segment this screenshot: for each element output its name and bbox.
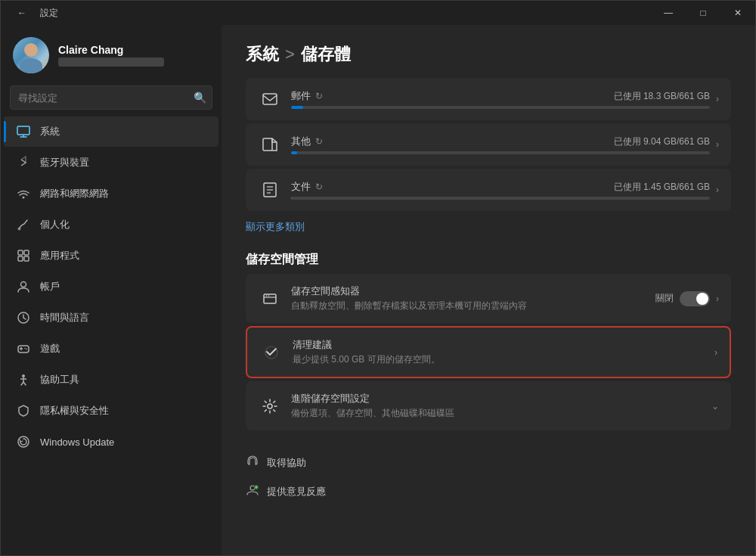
help-link[interactable]: 取得協助: [246, 449, 731, 477]
title-bar-controls: — □ ✕: [651, 1, 755, 25]
maximize-button[interactable]: □: [686, 1, 720, 25]
sidebar-item-gaming[interactable]: 遊戲: [4, 334, 218, 364]
mgmt-item-cleanup-body: 清理建議 最少提供 5.00 GB 可用的儲存空間。: [293, 338, 708, 366]
sidebar-item-system[interactable]: 系統: [4, 116, 218, 147]
user-info: Claire Chang: [58, 44, 209, 67]
sidebar: Claire Chang 🔍: [1, 25, 222, 555]
toggle-label-off: 關閉: [655, 292, 674, 305]
svg-point-16: [22, 374, 25, 377]
shield-icon: [16, 403, 31, 418]
storage-item-mail-name: 郵件 ↻: [291, 89, 323, 103]
chevron-right-icon: ›: [716, 294, 719, 304]
apps-icon: [16, 248, 31, 263]
mgmt-item-storage-sense-body: 儲存空間感知器 自動釋放空間、刪除暫存檔案以及管理本機可用的雲端內容: [291, 284, 655, 312]
svg-point-3: [23, 197, 25, 199]
storage-sense-toggle[interactable]: [680, 291, 710, 306]
storage-item-mail-size: 已使用 18.3 GB/661 GB: [614, 90, 710, 103]
user-email: [58, 57, 164, 67]
accessibility-icon: [16, 372, 31, 387]
storage-sense-icon: [258, 287, 282, 311]
svg-rect-6: [24, 250, 29, 255]
sidebar-item-time[interactable]: 時間與語言: [4, 303, 218, 333]
feedback-icon: [246, 483, 259, 500]
sidebar-item-accounts[interactable]: 帳戶: [4, 272, 218, 302]
sidebar-item-privacy[interactable]: 隱私權與安全性: [4, 396, 218, 426]
sidebar-item-windows-update[interactable]: Windows Update: [4, 427, 218, 457]
back-button[interactable]: ←: [10, 1, 34, 25]
mgmt-item-advanced-body: 進階儲存空間設定 備份選項、儲存空間、其他磁碟和磁碟區: [291, 392, 705, 420]
sidebar-label-apps: 應用程式: [40, 249, 79, 262]
search-input[interactable]: [10, 85, 212, 110]
breadcrumb-separator: >: [285, 45, 295, 64]
search-box: 🔍: [10, 85, 212, 110]
title-bar: ← 設定 — □ ✕: [1, 1, 755, 25]
monitor-icon: [16, 124, 31, 139]
sidebar-label-accounts: 帳戶: [40, 280, 60, 294]
svg-rect-7: [18, 256, 23, 261]
storage-item-other-top: 其他 ↻ 已使用 9.04 GB/661 GB: [291, 135, 710, 148]
chevron-right-icon: ›: [714, 347, 717, 358]
person-icon: [16, 279, 31, 294]
storage-item-other[interactable]: 其他 ↻ 已使用 9.04 GB/661 GB ›: [246, 123, 731, 166]
mail-icon: [258, 87, 282, 111]
storage-item-documents[interactable]: 文件 ↻ 已使用 1.45 GB/661 GB ›: [246, 169, 731, 211]
nav-section: 系統 藍牙與裝置: [1, 116, 222, 555]
sidebar-label-network: 網路和網際網路: [40, 187, 109, 200]
sidebar-item-accessibility[interactable]: 協助工具: [4, 365, 218, 395]
storage-item-documents-name: 文件 ↻: [291, 180, 323, 194]
other-icon: [258, 132, 282, 157]
progress-bar-other-bg: [291, 151, 710, 154]
brush-icon: [16, 217, 31, 232]
cleanup-icon: [259, 340, 284, 365]
close-button[interactable]: ✕: [720, 1, 755, 25]
progress-bar-docs-fill: [291, 197, 292, 200]
mgmt-item-advanced-desc: 備份選項、儲存空間、其他磁碟和磁碟區: [291, 407, 705, 420]
svg-point-31: [268, 295, 270, 297]
mgmt-item-advanced[interactable]: 進階儲存空間設定 備份選項、儲存空間、其他磁碟和磁碟區 ⌄: [246, 381, 731, 430]
storage-item-other-name: 其他 ↻: [291, 135, 323, 148]
feedback-link[interactable]: 提供意見反應: [246, 477, 731, 506]
feedback-label: 提供意見反應: [267, 485, 326, 499]
svg-point-34: [250, 486, 255, 490]
storage-item-other-size: 已使用 9.04 GB/661 GB: [614, 135, 710, 148]
sidebar-item-personalization[interactable]: 個人化: [4, 210, 218, 240]
storage-item-mail[interactable]: 郵件 ↻ 已使用 18.3 GB/661 GB ›: [246, 78, 731, 120]
management-section-title: 儲存空間管理: [222, 240, 755, 274]
sidebar-label-bluetooth: 藍牙與裝置: [40, 156, 89, 169]
sidebar-item-bluetooth[interactable]: 藍牙與裝置: [4, 148, 218, 178]
wifi-icon: [16, 186, 31, 201]
sidebar-item-apps[interactable]: 應用程式: [4, 241, 218, 271]
avatar[interactable]: [13, 37, 49, 73]
show-more-link[interactable]: 顯示更多類別: [222, 214, 755, 240]
svg-rect-22: [263, 94, 277, 104]
storage-item-documents-top: 文件 ↻ 已使用 1.45 GB/661 GB: [291, 180, 710, 194]
gear-icon: [258, 394, 282, 418]
help-label: 取得協助: [267, 456, 306, 470]
mgmt-item-storage-sense[interactable]: 儲存空間感知器 自動釋放空間、刪除暫存檔案以及管理本機可用的雲端內容 關閉 ›: [246, 274, 731, 323]
svg-rect-5: [18, 250, 23, 255]
page-header: 系統 > 儲存體: [222, 25, 755, 78]
update-icon: [16, 434, 31, 449]
toggle-knob: [696, 293, 708, 305]
mgmt-item-cleanup[interactable]: 清理建議 最少提供 5.00 GB 可用的儲存空間。 ›: [246, 326, 731, 378]
svg-point-15: [26, 349, 27, 350]
svg-point-21: [18, 436, 29, 447]
breadcrumb-current: 儲存體: [301, 43, 351, 66]
sidebar-label-privacy: 隱私權與安全性: [40, 404, 109, 418]
user-name: Claire Chang: [58, 44, 209, 56]
app-title: 設定: [40, 7, 58, 20]
main-content: 系統 > 儲存體: [222, 25, 755, 555]
progress-bar-mail-bg: [291, 106, 710, 109]
mgmt-item-storage-sense-right: 關閉: [655, 291, 710, 306]
sidebar-item-network[interactable]: 網路和網際網路: [4, 179, 218, 209]
mgmt-item-cleanup-desc: 最少提供 5.00 GB 可用的儲存空間。: [293, 353, 708, 366]
window: ← 設定 — □ ✕ Claire Chang 🔍: [0, 0, 756, 556]
svg-rect-23: [263, 138, 272, 151]
sidebar-label-system: 系統: [40, 125, 60, 138]
sidebar-label-windows-update: Windows Update: [40, 436, 114, 448]
storage-item-mail-top: 郵件 ↻ 已使用 18.3 GB/661 GB: [291, 89, 710, 103]
mgmt-item-advanced-name: 進階儲存空間設定: [291, 392, 705, 405]
mgmt-item-storage-sense-desc: 自動釋放空間、刪除暫存檔案以及管理本機可用的雲端內容: [291, 300, 655, 312]
mgmt-item-cleanup-name: 清理建議: [293, 338, 708, 352]
minimize-button[interactable]: —: [651, 1, 686, 25]
